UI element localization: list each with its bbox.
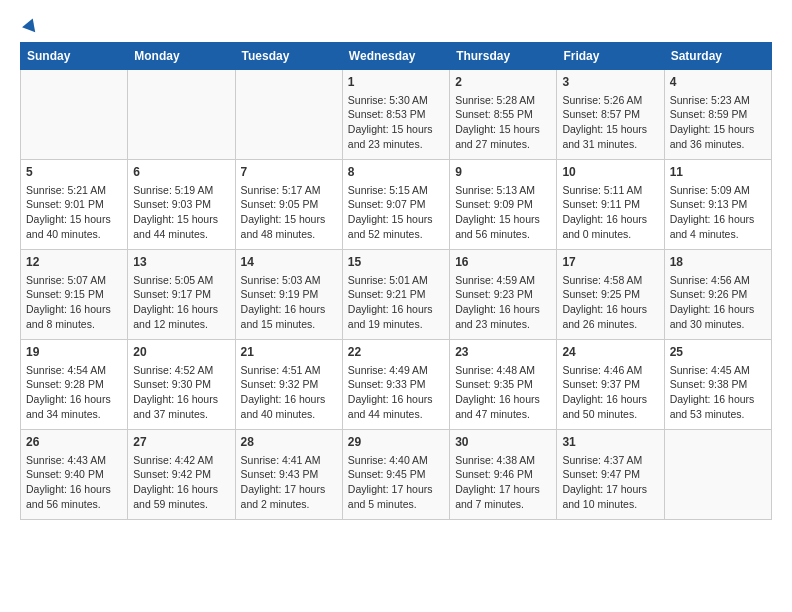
- day-number: 6: [133, 164, 229, 181]
- weekday-header-saturday: Saturday: [664, 43, 771, 70]
- day-number: 10: [562, 164, 658, 181]
- calendar-cell: 6Sunrise: 5:19 AM Sunset: 9:03 PM Daylig…: [128, 160, 235, 250]
- day-number: 30: [455, 434, 551, 451]
- calendar-week-3: 12Sunrise: 5:07 AM Sunset: 9:15 PM Dayli…: [21, 250, 772, 340]
- calendar-cell: 28Sunrise: 4:41 AM Sunset: 9:43 PM Dayli…: [235, 430, 342, 520]
- day-info: Sunrise: 4:59 AM Sunset: 9:23 PM Dayligh…: [455, 273, 551, 332]
- calendar-cell: 29Sunrise: 4:40 AM Sunset: 9:45 PM Dayli…: [342, 430, 449, 520]
- day-info: Sunrise: 4:42 AM Sunset: 9:42 PM Dayligh…: [133, 453, 229, 512]
- day-number: 23: [455, 344, 551, 361]
- day-info: Sunrise: 4:40 AM Sunset: 9:45 PM Dayligh…: [348, 453, 444, 512]
- day-info: Sunrise: 5:21 AM Sunset: 9:01 PM Dayligh…: [26, 183, 122, 242]
- day-info: Sunrise: 4:51 AM Sunset: 9:32 PM Dayligh…: [241, 363, 337, 422]
- calendar-week-2: 5Sunrise: 5:21 AM Sunset: 9:01 PM Daylig…: [21, 160, 772, 250]
- day-info: Sunrise: 5:05 AM Sunset: 9:17 PM Dayligh…: [133, 273, 229, 332]
- calendar-cell: 26Sunrise: 4:43 AM Sunset: 9:40 PM Dayli…: [21, 430, 128, 520]
- calendar-week-5: 26Sunrise: 4:43 AM Sunset: 9:40 PM Dayli…: [21, 430, 772, 520]
- day-info: Sunrise: 4:45 AM Sunset: 9:38 PM Dayligh…: [670, 363, 766, 422]
- day-number: 16: [455, 254, 551, 271]
- day-number: 3: [562, 74, 658, 91]
- day-number: 8: [348, 164, 444, 181]
- calendar-cell: [235, 70, 342, 160]
- calendar-cell: 10Sunrise: 5:11 AM Sunset: 9:11 PM Dayli…: [557, 160, 664, 250]
- logo-triangle-icon: [22, 16, 39, 32]
- day-number: 1: [348, 74, 444, 91]
- day-info: Sunrise: 5:19 AM Sunset: 9:03 PM Dayligh…: [133, 183, 229, 242]
- day-info: Sunrise: 5:03 AM Sunset: 9:19 PM Dayligh…: [241, 273, 337, 332]
- calendar-cell: 16Sunrise: 4:59 AM Sunset: 9:23 PM Dayli…: [450, 250, 557, 340]
- calendar-cell: 7Sunrise: 5:17 AM Sunset: 9:05 PM Daylig…: [235, 160, 342, 250]
- day-number: 17: [562, 254, 658, 271]
- calendar-week-4: 19Sunrise: 4:54 AM Sunset: 9:28 PM Dayli…: [21, 340, 772, 430]
- day-number: 27: [133, 434, 229, 451]
- calendar-cell: 5Sunrise: 5:21 AM Sunset: 9:01 PM Daylig…: [21, 160, 128, 250]
- day-number: 4: [670, 74, 766, 91]
- calendar-cell: 19Sunrise: 4:54 AM Sunset: 9:28 PM Dayli…: [21, 340, 128, 430]
- day-number: 11: [670, 164, 766, 181]
- calendar-cell: 15Sunrise: 5:01 AM Sunset: 9:21 PM Dayli…: [342, 250, 449, 340]
- day-info: Sunrise: 4:43 AM Sunset: 9:40 PM Dayligh…: [26, 453, 122, 512]
- day-info: Sunrise: 5:13 AM Sunset: 9:09 PM Dayligh…: [455, 183, 551, 242]
- weekday-header-thursday: Thursday: [450, 43, 557, 70]
- calendar-cell: [128, 70, 235, 160]
- day-number: 25: [670, 344, 766, 361]
- day-number: 9: [455, 164, 551, 181]
- day-info: Sunrise: 4:52 AM Sunset: 9:30 PM Dayligh…: [133, 363, 229, 422]
- calendar-cell: 11Sunrise: 5:09 AM Sunset: 9:13 PM Dayli…: [664, 160, 771, 250]
- day-info: Sunrise: 5:30 AM Sunset: 8:53 PM Dayligh…: [348, 93, 444, 152]
- day-info: Sunrise: 4:49 AM Sunset: 9:33 PM Dayligh…: [348, 363, 444, 422]
- weekday-header-wednesday: Wednesday: [342, 43, 449, 70]
- calendar-cell: [664, 430, 771, 520]
- calendar-cell: 12Sunrise: 5:07 AM Sunset: 9:15 PM Dayli…: [21, 250, 128, 340]
- calendar-body: 1Sunrise: 5:30 AM Sunset: 8:53 PM Daylig…: [21, 70, 772, 520]
- day-info: Sunrise: 5:09 AM Sunset: 9:13 PM Dayligh…: [670, 183, 766, 242]
- weekday-header-row: SundayMondayTuesdayWednesdayThursdayFrid…: [21, 43, 772, 70]
- calendar-cell: 22Sunrise: 4:49 AM Sunset: 9:33 PM Dayli…: [342, 340, 449, 430]
- calendar-cell: 4Sunrise: 5:23 AM Sunset: 8:59 PM Daylig…: [664, 70, 771, 160]
- calendar-header: [20, 20, 772, 32]
- calendar-cell: 9Sunrise: 5:13 AM Sunset: 9:09 PM Daylig…: [450, 160, 557, 250]
- calendar-cell: 18Sunrise: 4:56 AM Sunset: 9:26 PM Dayli…: [664, 250, 771, 340]
- day-number: 18: [670, 254, 766, 271]
- calendar-cell: 2Sunrise: 5:28 AM Sunset: 8:55 PM Daylig…: [450, 70, 557, 160]
- day-number: 28: [241, 434, 337, 451]
- day-info: Sunrise: 4:58 AM Sunset: 9:25 PM Dayligh…: [562, 273, 658, 332]
- day-number: 29: [348, 434, 444, 451]
- day-number: 19: [26, 344, 122, 361]
- calendar-cell: 1Sunrise: 5:30 AM Sunset: 8:53 PM Daylig…: [342, 70, 449, 160]
- weekday-header-tuesday: Tuesday: [235, 43, 342, 70]
- logo: [20, 20, 37, 32]
- day-number: 26: [26, 434, 122, 451]
- day-info: Sunrise: 4:37 AM Sunset: 9:47 PM Dayligh…: [562, 453, 658, 512]
- day-number: 21: [241, 344, 337, 361]
- day-number: 2: [455, 74, 551, 91]
- day-info: Sunrise: 4:54 AM Sunset: 9:28 PM Dayligh…: [26, 363, 122, 422]
- day-info: Sunrise: 4:48 AM Sunset: 9:35 PM Dayligh…: [455, 363, 551, 422]
- weekday-header-monday: Monday: [128, 43, 235, 70]
- day-number: 7: [241, 164, 337, 181]
- day-number: 24: [562, 344, 658, 361]
- calendar-cell: 3Sunrise: 5:26 AM Sunset: 8:57 PM Daylig…: [557, 70, 664, 160]
- day-number: 15: [348, 254, 444, 271]
- day-info: Sunrise: 5:15 AM Sunset: 9:07 PM Dayligh…: [348, 183, 444, 242]
- calendar-cell: 25Sunrise: 4:45 AM Sunset: 9:38 PM Dayli…: [664, 340, 771, 430]
- calendar-cell: 24Sunrise: 4:46 AM Sunset: 9:37 PM Dayli…: [557, 340, 664, 430]
- calendar-cell: 13Sunrise: 5:05 AM Sunset: 9:17 PM Dayli…: [128, 250, 235, 340]
- calendar-cell: 23Sunrise: 4:48 AM Sunset: 9:35 PM Dayli…: [450, 340, 557, 430]
- day-info: Sunrise: 4:38 AM Sunset: 9:46 PM Dayligh…: [455, 453, 551, 512]
- day-info: Sunrise: 5:11 AM Sunset: 9:11 PM Dayligh…: [562, 183, 658, 242]
- day-info: Sunrise: 4:41 AM Sunset: 9:43 PM Dayligh…: [241, 453, 337, 512]
- weekday-header-sunday: Sunday: [21, 43, 128, 70]
- day-number: 13: [133, 254, 229, 271]
- day-number: 31: [562, 434, 658, 451]
- calendar-cell: 14Sunrise: 5:03 AM Sunset: 9:19 PM Dayli…: [235, 250, 342, 340]
- day-number: 5: [26, 164, 122, 181]
- day-number: 14: [241, 254, 337, 271]
- day-info: Sunrise: 5:01 AM Sunset: 9:21 PM Dayligh…: [348, 273, 444, 332]
- day-info: Sunrise: 5:07 AM Sunset: 9:15 PM Dayligh…: [26, 273, 122, 332]
- day-info: Sunrise: 4:56 AM Sunset: 9:26 PM Dayligh…: [670, 273, 766, 332]
- calendar-cell: 30Sunrise: 4:38 AM Sunset: 9:46 PM Dayli…: [450, 430, 557, 520]
- day-number: 22: [348, 344, 444, 361]
- calendar-cell: 17Sunrise: 4:58 AM Sunset: 9:25 PM Dayli…: [557, 250, 664, 340]
- day-number: 12: [26, 254, 122, 271]
